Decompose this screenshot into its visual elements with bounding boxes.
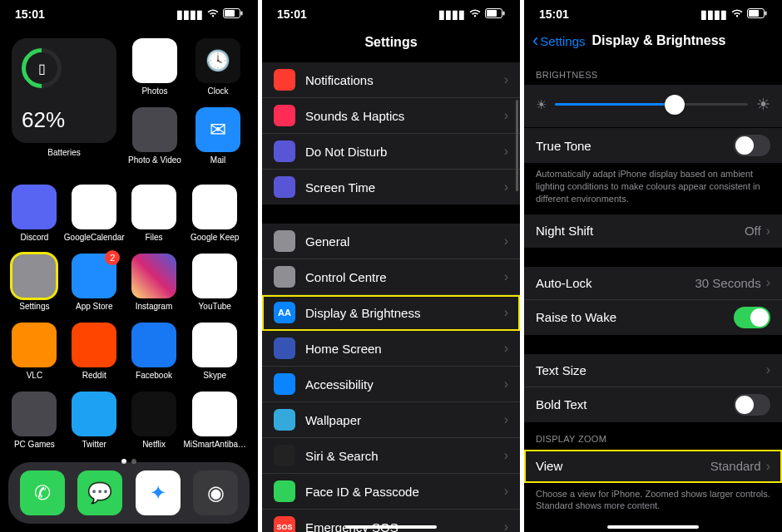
home-indicator[interactable]	[607, 525, 699, 529]
true-tone-note: Automatically adapt iPhone display based…	[524, 163, 782, 214]
settings-section-1: Notifications›Sounds & Haptics›Do Not Di…	[262, 62, 520, 204]
settings-row-screen-time[interactable]: Screen Time›	[262, 170, 520, 204]
dock-safari[interactable]: ✦	[136, 470, 181, 515]
row-label: Siri & Search	[305, 449, 504, 463]
row-icon	[274, 176, 295, 198]
row-view[interactable]: View Standard ›	[524, 450, 782, 483]
svg-rect-4	[487, 10, 497, 17]
app-label: Facebook	[136, 371, 172, 380]
row-true-tone: True Tone	[524, 128, 782, 163]
app-label: Google Keep	[191, 233, 239, 242]
settings-row-siri-search[interactable]: Siri & Search›	[262, 438, 520, 474]
battery-icon	[485, 7, 505, 21]
app-skype[interactable]: Skype	[183, 323, 246, 380]
phone-home: 15:01 ▮▮▮▮ ▯ 62% Batteries ✿Photos 🕓Cloc…	[0, 0, 258, 532]
dock-phone[interactable]: ✆	[20, 470, 65, 515]
settings-row-wallpaper[interactable]: Wallpaper›	[262, 402, 520, 438]
row-icon: SOS	[274, 516, 295, 532]
scroll-indicator[interactable]	[516, 100, 518, 191]
sun-high-icon: ☀︎	[756, 95, 770, 114]
chevron-right-icon: ›	[504, 305, 508, 320]
app-vlc[interactable]: VLC	[12, 323, 57, 380]
chevron-right-icon: ›	[504, 269, 508, 284]
settings-row-home-screen[interactable]: Home Screen›	[262, 331, 520, 367]
app-label: Instagram	[136, 302, 172, 311]
svg-rect-1	[225, 10, 235, 17]
app-app-store[interactable]: 2App Store	[64, 254, 125, 311]
signal-icon: ▮▮▮▮	[176, 7, 203, 21]
home-grid: DiscordGoogleCalendarFilesGoogle KeepSet…	[0, 170, 258, 454]
app-netflix[interactable]: Netflix	[131, 392, 177, 449]
settings-row-do-not-disturb[interactable]: Do Not Disturb›	[262, 134, 520, 170]
app-reddit[interactable]: Reddit	[64, 323, 125, 380]
dock-camera[interactable]: ◉	[193, 470, 238, 515]
chevron-right-icon: ›	[504, 180, 508, 195]
dock: ✆ 💬 ✦ ◉	[8, 462, 250, 524]
back-button[interactable]: ‹ Settings	[532, 32, 586, 50]
row-label: General	[305, 234, 504, 249]
battery-percent: 62%	[22, 107, 106, 133]
settings-row-general[interactable]: General›	[262, 224, 520, 259]
folder-photo-video[interactable]: Photo & Video	[126, 107, 183, 165]
app-youtube[interactable]: YouTube	[183, 254, 246, 311]
app-settings[interactable]: Settings	[12, 254, 57, 311]
bold-text-toggle[interactable]	[734, 394, 770, 416]
row-icon	[274, 230, 295, 252]
row-label: Face ID & Passcode	[305, 485, 504, 499]
chevron-right-icon: ›	[766, 459, 770, 474]
row-night-shift[interactable]: Night Shift Off ›	[524, 214, 782, 248]
app-discord[interactable]: Discord	[12, 185, 57, 242]
settings-row-display-brightness[interactable]: AADisplay & Brightness›	[262, 295, 520, 331]
app-googlecalendar[interactable]: GoogleCalendar	[64, 185, 125, 242]
battery-ring-icon: ▯	[13, 40, 70, 96]
row-label: Wallpaper	[305, 413, 504, 427]
dock-messages[interactable]: 💬	[77, 470, 122, 515]
phone-settings: 15:01 ▮▮▮▮ Settings Notifications›Sounds…	[262, 0, 520, 532]
settings-row-sounds-haptics[interactable]: Sounds & Haptics›	[262, 98, 520, 134]
settings-section-2: General›Control Centre›AADisplay & Brigh…	[262, 223, 520, 532]
row-icon	[274, 409, 295, 431]
home-indicator[interactable]	[345, 525, 437, 529]
signal-icon: ▮▮▮▮	[438, 7, 465, 21]
app-photos[interactable]: ✿Photos	[126, 38, 183, 96]
row-text-size[interactable]: Text Size ›	[524, 354, 782, 387]
row-auto-lock[interactable]: Auto-Lock 30 Seconds ›	[524, 267, 782, 300]
app-label: GoogleCalendar	[64, 233, 125, 242]
app-label: VLC	[27, 371, 42, 380]
app-clock[interactable]: 🕓Clock	[190, 38, 246, 96]
widget-label: Batteries	[47, 148, 80, 157]
app-mismartantiba-[interactable]: MiSmartAntiba…	[183, 392, 246, 449]
app-label: PC Games	[14, 440, 55, 449]
true-tone-toggle[interactable]	[734, 135, 770, 156]
chevron-right-icon: ›	[504, 108, 508, 123]
settings-row-face-id-passcode[interactable]: Face ID & Passcode›	[262, 474, 520, 510]
chevron-right-icon: ›	[504, 234, 508, 249]
app-pc-games[interactable]: PC Games	[12, 392, 57, 449]
app-files[interactable]: Files	[131, 185, 177, 242]
app-label: Netflix	[142, 440, 166, 449]
svg-rect-8	[765, 12, 767, 16]
app-mail[interactable]: ✉︎Mail	[190, 107, 246, 165]
app-instagram[interactable]: Instagram	[131, 254, 177, 311]
page-title: Display & Brightness	[592, 33, 726, 48]
sun-low-icon: ☀︎	[536, 97, 547, 112]
app-google-keep[interactable]: Google Keep	[183, 185, 246, 242]
app-label: Skype	[203, 371, 226, 380]
svg-rect-2	[241, 12, 243, 16]
settings-row-notifications[interactable]: Notifications›	[262, 62, 520, 98]
row-icon	[274, 69, 295, 91]
nav-bar: ‹ Settings Display & Brightness	[524, 25, 782, 58]
row-label: Display & Brightness	[305, 306, 504, 320]
app-twitter[interactable]: Twitter	[64, 392, 125, 449]
status-bar: 15:01 ▮▮▮▮	[262, 0, 520, 25]
settings-row-control-centre[interactable]: Control Centre›	[262, 259, 520, 295]
app-facebook[interactable]: Facebook	[131, 323, 177, 380]
brightness-slider[interactable]	[555, 103, 748, 106]
batteries-widget[interactable]: ▯ 62%	[12, 38, 116, 143]
row-icon	[274, 140, 295, 162]
app-label: Settings	[19, 302, 49, 311]
chevron-right-icon: ›	[504, 412, 508, 427]
settings-row-accessibility[interactable]: Accessibility›	[262, 367, 520, 402]
raise-to-wake-toggle[interactable]	[734, 307, 770, 328]
row-icon	[274, 266, 295, 288]
